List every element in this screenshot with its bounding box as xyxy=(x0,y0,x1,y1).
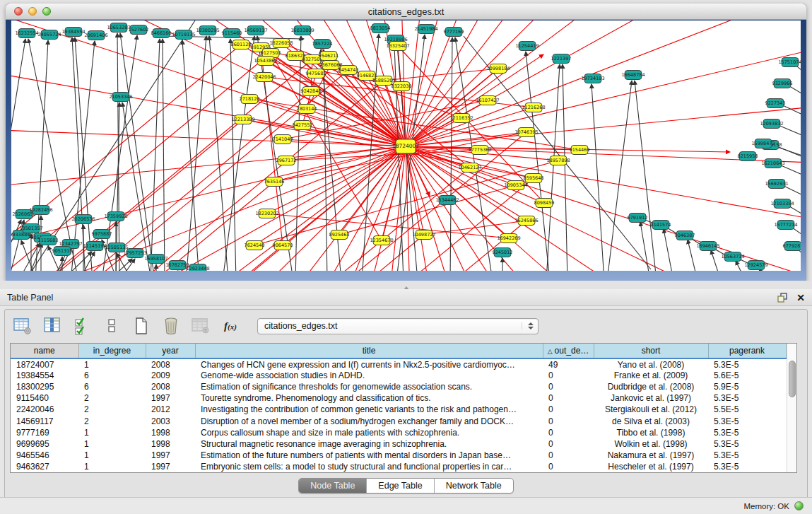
table-cell[interactable]: 18724007 xyxy=(11,358,78,370)
node-table[interactable]: namein_degreeyeartitle△out_de…shortpager… xyxy=(11,344,787,472)
function-builder-button[interactable]: f(x) xyxy=(220,316,240,336)
network-window-titlebar[interactable]: citations_edges.txt xyxy=(6,4,806,20)
table-cell[interactable]: 2 xyxy=(78,392,146,404)
table-cell[interactable]: 49 xyxy=(543,358,594,370)
table-cell[interactable]: 14569117 xyxy=(11,416,78,427)
table-cell[interactable]: Tourette syndrome. Phenomenology and cla… xyxy=(195,392,543,404)
table-row[interactable]: 977716911998Corpus callosum shape and si… xyxy=(11,427,786,438)
table-cell[interactable]: 0 xyxy=(543,381,594,392)
table-cell[interactable]: 2 xyxy=(78,404,146,415)
column-header-name[interactable]: name xyxy=(11,344,78,358)
delete-column-button[interactable] xyxy=(161,316,181,336)
table-cell[interactable]: 2008 xyxy=(146,381,195,392)
table-cell[interactable]: 2012 xyxy=(146,404,195,415)
table-cell[interactable]: de Silva et al. (2003) xyxy=(594,416,708,427)
delete-table-button[interactable] xyxy=(191,316,211,336)
column-header-year[interactable]: year xyxy=(146,344,195,358)
table-cell[interactable]: Nakamura et al. (1997) xyxy=(594,450,708,461)
select-columns-button[interactable] xyxy=(72,316,92,336)
table-cell[interactable]: 0 xyxy=(543,438,594,450)
minimize-window-button[interactable] xyxy=(28,7,37,16)
table-cell[interactable]: Estimation of the future numbers of pati… xyxy=(195,450,543,461)
table-cell[interactable]: 22420046 xyxy=(11,404,78,415)
table-row[interactable]: 946362711997Embryonic stem cells: a mode… xyxy=(11,461,786,472)
tab-edge-table[interactable]: Edge Table xyxy=(366,479,433,493)
table-cell[interactable]: 9777169 xyxy=(11,427,78,438)
table-cell[interactable]: 0 xyxy=(543,427,594,438)
column-header-out_de[interactable]: △out_de… xyxy=(543,344,594,358)
table-cell[interactable]: 5.9E-5 xyxy=(708,381,786,392)
table-cell[interactable]: 5.3E-5 xyxy=(708,450,786,461)
table-cell[interactable]: 9463627 xyxy=(11,461,78,472)
table-cell[interactable]: 5.3E-5 xyxy=(708,438,786,450)
tab-node-table[interactable]: Node Table xyxy=(299,479,366,493)
table-cell[interactable]: Estimation of significance thresholds fo… xyxy=(195,381,543,392)
network-canvas[interactable]: 1623255424055724193845542069140610653287… xyxy=(11,21,801,271)
table-cell[interactable]: Stergiakouli et al. (2012) xyxy=(594,404,708,415)
table-cell[interactable]: Tibbo et al. (1998) xyxy=(594,427,708,438)
create-column-button[interactable] xyxy=(131,316,151,336)
table-cell[interactable]: 0 xyxy=(543,370,594,381)
table-cell[interactable]: 2003 xyxy=(146,416,195,427)
column-header-pagerank[interactable]: pagerank xyxy=(708,344,786,358)
table-cell[interactable]: Disruption of a novel member of a sodium… xyxy=(195,416,543,427)
table-row[interactable]: 1456911722003Disruption of a novel membe… xyxy=(11,416,786,427)
table-cell[interactable]: 1 xyxy=(78,461,146,472)
zoom-window-button[interactable] xyxy=(42,7,51,16)
close-window-button[interactable] xyxy=(14,7,23,16)
table-cell[interactable]: 1997 xyxy=(146,392,195,404)
table-cell[interactable]: 9115460 xyxy=(11,392,78,404)
table-cell[interactable]: 5.3E-5 xyxy=(708,461,786,472)
table-cell[interactable]: 1 xyxy=(78,427,146,438)
table-cell[interactable]: 0 xyxy=(543,416,594,427)
column-header-in_degree[interactable]: in_degree xyxy=(78,344,146,358)
table-scrollbar[interactable] xyxy=(787,344,797,472)
table-cell[interactable]: 19384554 xyxy=(11,370,78,381)
table-cell[interactable]: 18300295 xyxy=(11,381,78,392)
table-row[interactable]: 946554611997Estimation of the future num… xyxy=(11,450,786,461)
table-cell[interactable]: Wolkin et al. (1998) xyxy=(594,438,708,450)
float-panel-icon[interactable] xyxy=(777,292,788,303)
network-window[interactable]: citations_edges.txt 16232554240557241938… xyxy=(6,4,806,281)
table-row[interactable]: 1830029562008Estimation of significance … xyxy=(11,381,786,392)
table-row[interactable]: 911546021997Tourette syndrome. Phenomeno… xyxy=(11,392,786,404)
table-cell[interactable]: Corpus callosum shape and size in male p… xyxy=(195,427,543,438)
table-selector-dropdown[interactable]: citations_edges.txt xyxy=(257,318,539,334)
table-cell[interactable]: Embryonic stem cells: a model to study s… xyxy=(195,461,543,472)
table-cell[interactable]: 9465546 xyxy=(11,450,78,461)
table-cell[interactable]: 1 xyxy=(78,358,146,370)
table-cell[interactable]: 5.6E-5 xyxy=(708,370,786,381)
table-cell[interactable]: 2009 xyxy=(146,370,195,381)
table-cell[interactable]: 1998 xyxy=(146,427,195,438)
table-cell[interactable]: 5.5E-5 xyxy=(708,404,786,415)
show-columns-button[interactable] xyxy=(42,316,62,336)
column-header-title[interactable]: title xyxy=(195,344,543,358)
table-cell[interactable]: 0 xyxy=(543,404,594,415)
table-cell[interactable]: Franke et al. (2009) xyxy=(594,370,708,381)
table-cell[interactable]: 0 xyxy=(543,461,594,472)
table-cell[interactable]: 1 xyxy=(78,438,146,450)
table-cell[interactable]: 1998 xyxy=(146,438,195,450)
table-row[interactable]: 969969511998Structural magnetic resonanc… xyxy=(11,438,786,450)
table-cell[interactable]: 5.3E-5 xyxy=(708,358,786,370)
table-cell[interactable]: Yano et al. (2008) xyxy=(594,358,708,370)
table-cell[interactable]: 0 xyxy=(543,392,594,404)
column-header-short[interactable]: short xyxy=(594,344,708,358)
table-cell[interactable]: Dudbridge et al. (2008) xyxy=(594,381,708,392)
table-cell[interactable]: 2 xyxy=(78,416,146,427)
row-options-button[interactable] xyxy=(102,316,122,336)
table-cell[interactable]: Structural magnetic resonance image aver… xyxy=(195,438,543,450)
table-cell[interactable]: 0 xyxy=(543,450,594,461)
table-cell[interactable]: 6 xyxy=(78,370,146,381)
table-row[interactable]: 1938455462009Genome-wide association stu… xyxy=(11,370,786,381)
table-cell[interactable]: 1 xyxy=(78,450,146,461)
table-cell[interactable]: 5.3E-5 xyxy=(708,427,786,438)
table-cell[interactable]: Investigating the contribution of common… xyxy=(195,404,543,415)
table-settings-button[interactable] xyxy=(13,316,33,336)
table-cell[interactable]: 9699695 xyxy=(11,438,78,450)
table-cell[interactable]: 1997 xyxy=(146,461,195,472)
table-cell[interactable]: 5.3E-5 xyxy=(708,392,786,404)
table-scrollbar-thumb[interactable] xyxy=(789,361,796,397)
panel-divider[interactable] xyxy=(0,281,812,289)
table-cell[interactable]: Jankovic et al. (1997) xyxy=(594,392,708,404)
